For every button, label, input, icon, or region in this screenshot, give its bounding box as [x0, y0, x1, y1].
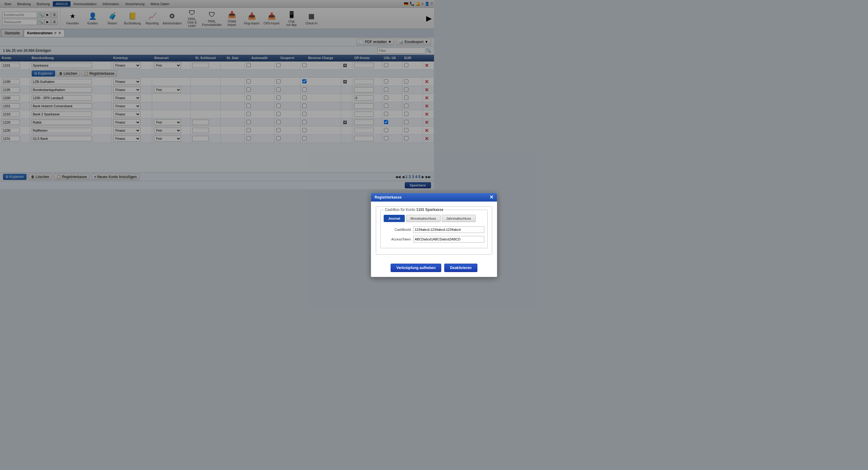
modal-overlay: Registrierkasse ✕ CashBox für Konto 1101… [0, 0, 434, 235]
modal-body: CashBox für Konto 1101 Sparkasse Journal… [371, 201, 434, 235]
cashboxid-row: CashBoxId [384, 226, 434, 233]
modal-tab-monatsabschluss[interactable]: Monatsabschluss [406, 215, 434, 222]
modal-title: Registrierkasse [375, 195, 401, 199]
cashboxid-label: CashBoxId [384, 228, 411, 231]
modal-fieldset-legend: CashBox für Konto 1101 Sparkasse [384, 208, 434, 212]
modal-header: Registrierkasse ✕ [371, 193, 434, 201]
modal-tab-journal[interactable]: Journal [384, 215, 405, 222]
modal-tabs: Journal Monatsabschluss Jahresabschluss [384, 215, 434, 222]
cashbox-konto-name: 1101 Sparkasse [416, 208, 434, 212]
cashbox-legend-text: CashBox für Konto [385, 208, 416, 212]
modal-registrierkasse: Registrierkasse ✕ CashBox für Konto 1101… [371, 193, 434, 235]
modal-fieldset: CashBox für Konto 1101 Sparkasse Journal… [376, 207, 434, 235]
cashboxid-input[interactable] [413, 226, 434, 233]
